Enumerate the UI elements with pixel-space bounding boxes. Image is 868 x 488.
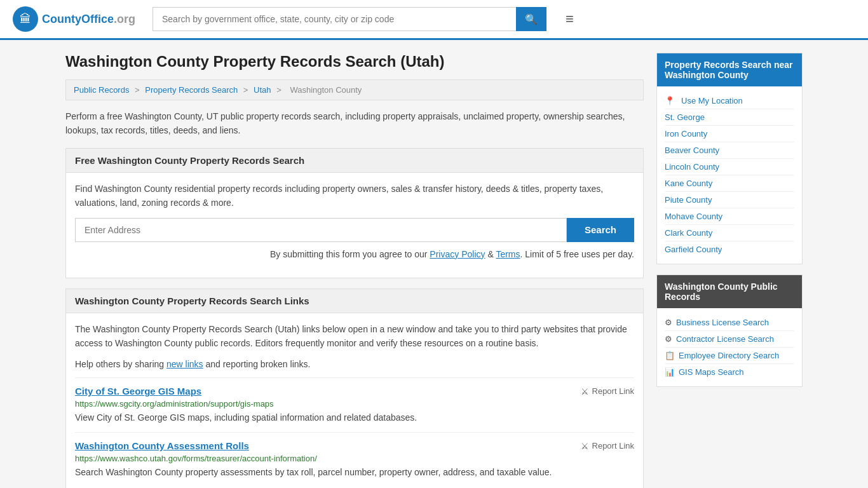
new-links-link[interactable]: new links (166, 359, 203, 369)
free-search-heading: Free Washington County Property Records … (66, 149, 643, 173)
report-link-2[interactable]: ⚔ Report Link (581, 441, 634, 451)
hamburger-menu-button[interactable]: ≡ (566, 11, 574, 27)
link-url-2: https://www.washco.utah.gov/forms/treasu… (75, 454, 634, 463)
nearby-box-heading: Property Records Search near Washington … (657, 53, 802, 86)
link-title-1[interactable]: City of St. George GIS Maps (75, 386, 201, 396)
header-search-container: 🔍 (153, 7, 546, 31)
logo-text: CountyOffice.org (42, 13, 135, 26)
link-url-1: https://www.sgcity.org/administration/su… (75, 399, 634, 409)
logo-area: 🏛 CountyOffice.org (13, 6, 140, 32)
report-icon-2: ⚔ (581, 441, 589, 451)
nearby-mohave-county[interactable]: Mohave County (665, 208, 794, 225)
employee-directory-item[interactable]: 📋 Employee Directory Search (665, 348, 794, 364)
links-section: Washington County Property Records Searc… (65, 288, 644, 488)
business-license-item[interactable]: ⚙ Business License Search (665, 315, 794, 331)
links-help-text: Help others by sharing new links and rep… (75, 357, 634, 371)
location-pin-icon: 📍 (665, 96, 675, 105)
nearby-clark-county[interactable]: Clark County (665, 225, 794, 241)
gear-icon-2: ⚙ (665, 334, 672, 344)
public-records-body: ⚙ Business License Search ⚙ Contractor L… (657, 308, 802, 386)
header-search-input[interactable] (153, 7, 516, 31)
nearby-iron-county[interactable]: Iron County (665, 126, 794, 142)
links-heading: Washington County Property Records Searc… (66, 289, 643, 313)
link-entry-1: City of St. George GIS Maps ⚔ Report Lin… (75, 377, 634, 432)
breadcrumb-washington-county: Washington County (290, 85, 362, 95)
report-icon-1: ⚔ (581, 386, 589, 396)
site-header: 🏛 CountyOffice.org 🔍 ≡ (0, 0, 868, 40)
content-area: Washington County Property Records Searc… (65, 53, 644, 488)
chart-icon: 📊 (665, 367, 675, 377)
terms-link[interactable]: Terms (496, 249, 520, 259)
privacy-policy-link[interactable]: Privacy Policy (430, 249, 485, 259)
nearby-piute-county[interactable]: Piute County (665, 192, 794, 208)
page-title: Washington County Property Records Searc… (65, 53, 644, 71)
use-my-location-link[interactable]: Use My Location (681, 96, 743, 105)
breadcrumb: Public Records > Property Records Search… (65, 79, 644, 100)
breadcrumb-property-records-search[interactable]: Property Records Search (145, 85, 238, 95)
gis-maps-item[interactable]: 📊 GIS Maps Search (665, 364, 794, 380)
logo-icon: 🏛 (13, 6, 38, 32)
free-search-section: Free Washington County Property Records … (65, 148, 644, 278)
public-records-heading: Washington County Public Records (657, 275, 802, 308)
nearby-box-body: 📍 Use My Location St. George Iron County… (657, 86, 802, 264)
nearby-box: Property Records Search near Washington … (656, 53, 803, 264)
nearby-garfield-county[interactable]: Garfield County (665, 241, 794, 257)
list-icon: 📋 (665, 351, 675, 360)
free-search-body: Find Washington County residential prope… (66, 173, 643, 278)
form-note: By submitting this form you agree to our… (75, 247, 634, 261)
breadcrumb-utah[interactable]: Utah (254, 85, 271, 95)
nearby-kane-county[interactable]: Kane County (665, 175, 794, 192)
free-search-description: Find Washington County residential prope… (75, 182, 634, 210)
gear-icon-1: ⚙ (665, 318, 672, 327)
link-entry-2: Washington County Assessment Rolls ⚔ Rep… (75, 432, 634, 487)
sidebar: Property Records Search near Washington … (656, 53, 803, 488)
links-body: The Washington County Property Records S… (66, 313, 643, 488)
address-search-button[interactable]: Search (567, 218, 634, 242)
header-search-button[interactable]: 🔍 (516, 7, 546, 31)
address-input[interactable] (75, 218, 567, 242)
main-container: Washington County Property Records Searc… (53, 40, 815, 488)
address-form: Search (75, 218, 634, 242)
link-title-2[interactable]: Washington County Assessment Rolls (75, 440, 249, 451)
public-records-box: Washington County Public Records ⚙ Busin… (656, 274, 803, 387)
nearby-beaver-county[interactable]: Beaver County (665, 142, 794, 159)
use-my-location-item[interactable]: 📍 Use My Location (665, 93, 794, 109)
link-desc-2: Search Washington County property assess… (75, 466, 634, 479)
report-link-1[interactable]: ⚔ Report Link (581, 386, 634, 396)
nearby-lincoln-county[interactable]: Lincoln County (665, 159, 794, 175)
links-intro: The Washington County Property Records S… (75, 322, 634, 351)
link-desc-1: View City of St. George GIS maps, includ… (75, 411, 634, 424)
contractor-license-item[interactable]: ⚙ Contractor License Search (665, 331, 794, 348)
breadcrumb-public-records[interactable]: Public Records (74, 85, 129, 95)
page-description: Perform a free Washington County, UT pub… (65, 109, 644, 138)
nearby-st-george[interactable]: St. George (665, 109, 794, 126)
